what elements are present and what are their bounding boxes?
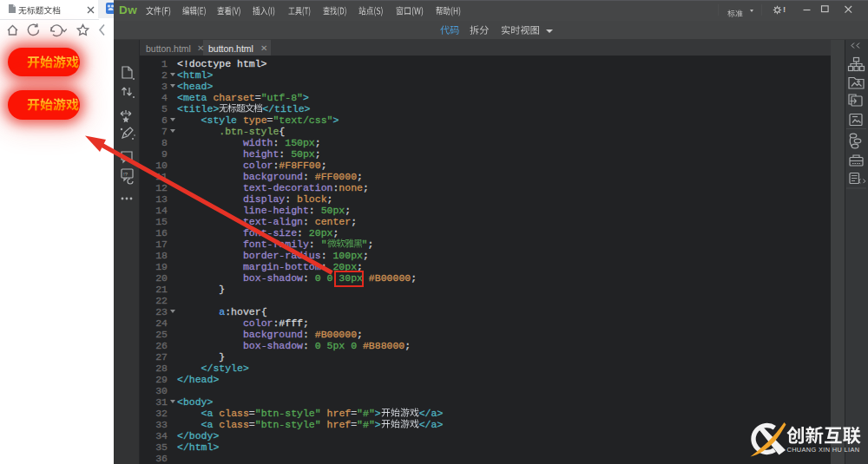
svg-text:!?: !? bbox=[123, 172, 128, 177]
